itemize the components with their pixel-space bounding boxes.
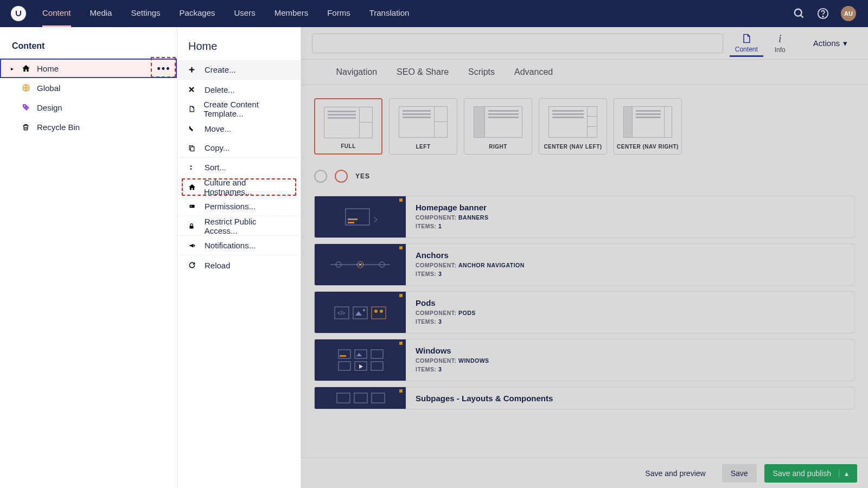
prop-tab-advanced[interactable]: Advanced bbox=[514, 67, 553, 77]
svg-line-1 bbox=[801, 15, 803, 18]
tab-translation[interactable]: Translation bbox=[369, 0, 410, 27]
move-icon bbox=[188, 125, 197, 132]
tab-users[interactable]: Users bbox=[234, 0, 255, 27]
ctx-restrict-access[interactable]: Restrict Public Access... bbox=[177, 216, 301, 236]
component-meta: COMPONENT: ANCHOR NAVIGATION bbox=[416, 262, 525, 268]
tab-media[interactable]: Media bbox=[90, 0, 112, 27]
tree-item-label: Design bbox=[37, 103, 62, 112]
svg-rect-32 bbox=[371, 362, 383, 370]
tab-settings[interactable]: Settings bbox=[131, 0, 160, 27]
view-tab-info[interactable]: i Info bbox=[763, 29, 797, 57]
tree-item-label: Global bbox=[37, 84, 60, 93]
svg-marker-31 bbox=[359, 364, 363, 369]
radio-selected[interactable] bbox=[335, 170, 348, 183]
tab-content[interactable]: Content bbox=[42, 0, 71, 27]
ctx-reload[interactable]: Reload bbox=[177, 255, 301, 275]
prop-tab-seo[interactable]: SEO & Share bbox=[397, 67, 449, 77]
document-icon bbox=[188, 105, 196, 113]
help-icon[interactable] bbox=[817, 8, 829, 20]
layout-left[interactable]: LEFT bbox=[389, 98, 457, 155]
component-row[interactable]: Homepage banner COMPONENT: BANNERS ITEMS… bbox=[314, 196, 855, 238]
view-tab-content[interactable]: Content bbox=[730, 29, 763, 57]
svg-rect-33 bbox=[337, 393, 350, 403]
tree-item-recycle-bin[interactable]: Recycle Bin bbox=[0, 117, 177, 137]
svg-rect-8 bbox=[189, 205, 194, 208]
user-avatar[interactable]: AU bbox=[841, 6, 856, 21]
component-meta: ITEMS: 3 bbox=[416, 366, 489, 373]
component-row[interactable]: Subpages - Layouts & Components bbox=[314, 387, 855, 409]
component-row[interactable]: Windows COMPONENT: WINDOWS ITEMS: 3 bbox=[314, 339, 855, 381]
ctx-notifications[interactable]: Notifications... bbox=[177, 236, 301, 255]
radio-off[interactable] bbox=[314, 170, 327, 183]
tree-item-actions-button[interactable]: ••• bbox=[154, 60, 174, 76]
logo[interactable] bbox=[11, 6, 26, 21]
editor-footer: Save and preview Save Save and publish ▴ bbox=[301, 458, 868, 488]
component-meta: COMPONENT: PODS bbox=[416, 310, 476, 316]
bullhorn-icon bbox=[188, 242, 197, 249]
save-button[interactable]: Save bbox=[722, 464, 757, 483]
tab-members[interactable]: Members bbox=[275, 0, 309, 27]
component-meta: COMPONENT: WINDOWS bbox=[416, 357, 489, 364]
sort-icon bbox=[188, 164, 197, 171]
ctx-move[interactable]: Move... bbox=[177, 119, 301, 138]
component-row[interactable]: Anchors COMPONENT: ANCHOR NAVIGATION ITE… bbox=[314, 243, 855, 286]
svg-rect-7 bbox=[190, 146, 194, 151]
svg-point-9 bbox=[190, 206, 192, 207]
component-title: Anchors bbox=[416, 251, 525, 260]
layout-label: LEFT bbox=[416, 144, 431, 150]
prop-tab-current[interactable] bbox=[314, 67, 316, 77]
ctx-label: Move... bbox=[205, 124, 231, 133]
ctx-copy[interactable]: Copy... bbox=[177, 138, 301, 158]
tab-forms[interactable]: Forms bbox=[327, 0, 350, 27]
component-title: Pods bbox=[416, 298, 476, 307]
layout-picker: FULL LEFT RIGHT CENTER (NAV LEFT) CENTER… bbox=[314, 98, 855, 155]
svg-rect-12 bbox=[348, 219, 358, 220]
reload-icon bbox=[188, 261, 197, 269]
component-row[interactable]: </> Pods COMPONENT: PODS ITEMS: 3 bbox=[314, 291, 855, 333]
tree-item-design[interactable]: Design bbox=[0, 98, 177, 117]
tree-item-global[interactable]: Global bbox=[0, 78, 177, 98]
ctx-culture-hostnames[interactable]: Culture and Hostnames... bbox=[177, 177, 301, 197]
ctx-permissions[interactable]: Permissions... bbox=[177, 197, 301, 216]
context-menu: Home Create... Delete... Create Content … bbox=[177, 27, 301, 488]
view-tabs: Content i Info bbox=[730, 29, 797, 57]
ctx-label: Reload bbox=[205, 261, 231, 270]
ctx-sort[interactable]: Sort... bbox=[177, 158, 301, 177]
ctx-label: Delete... bbox=[205, 85, 235, 94]
tag-icon bbox=[22, 103, 31, 112]
chevron-up-icon[interactable]: ▴ bbox=[839, 469, 848, 478]
ctx-label: Create... bbox=[205, 65, 236, 74]
save-publish-button[interactable]: Save and publish ▴ bbox=[764, 464, 857, 483]
save-preview-button[interactable]: Save and preview bbox=[636, 464, 714, 483]
ctx-create[interactable]: Create... bbox=[177, 60, 301, 80]
component-title: Homepage banner bbox=[416, 203, 488, 212]
svg-rect-34 bbox=[354, 393, 367, 403]
actions-dropdown[interactable]: Actions ▾ bbox=[803, 34, 857, 53]
component-thumb bbox=[315, 387, 406, 409]
ctx-create-template[interactable]: Create Content Template... bbox=[177, 99, 301, 119]
expand-caret-icon[interactable]: ▸ bbox=[11, 66, 16, 72]
globe-icon bbox=[22, 84, 31, 92]
shell: Content ▸ Home ••• Global bbox=[0, 27, 868, 488]
svg-rect-27 bbox=[355, 350, 367, 358]
top-nav-tabs: Content Media Settings Packages Users Me… bbox=[42, 0, 409, 27]
layout-right[interactable]: RIGHT bbox=[464, 98, 532, 155]
search-icon[interactable] bbox=[793, 8, 805, 20]
ctx-delete[interactable]: Delete... bbox=[177, 80, 301, 99]
layout-full[interactable]: FULL bbox=[314, 98, 382, 155]
svg-point-21 bbox=[363, 309, 365, 311]
svg-rect-26 bbox=[340, 355, 346, 357]
tab-packages[interactable]: Packages bbox=[180, 0, 215, 27]
document-icon bbox=[730, 33, 763, 44]
prop-tab-scripts[interactable]: Scripts bbox=[468, 67, 495, 77]
svg-point-24 bbox=[380, 310, 383, 313]
layout-center-nav-left[interactable]: CENTER (NAV LEFT) bbox=[539, 98, 607, 155]
node-name-input[interactable] bbox=[312, 34, 723, 53]
component-thumb bbox=[315, 196, 406, 237]
prop-tab-navigation[interactable]: Navigation bbox=[336, 67, 377, 77]
chevron-down-icon: ▾ bbox=[843, 38, 847, 48]
tree-item-home[interactable]: ▸ Home ••• bbox=[0, 59, 177, 78]
tree-title: Content bbox=[0, 27, 177, 59]
component-meta: ITEMS: 3 bbox=[416, 318, 476, 325]
layout-center-nav-right[interactable]: CENTER (NAV RIGHT) bbox=[614, 98, 682, 155]
